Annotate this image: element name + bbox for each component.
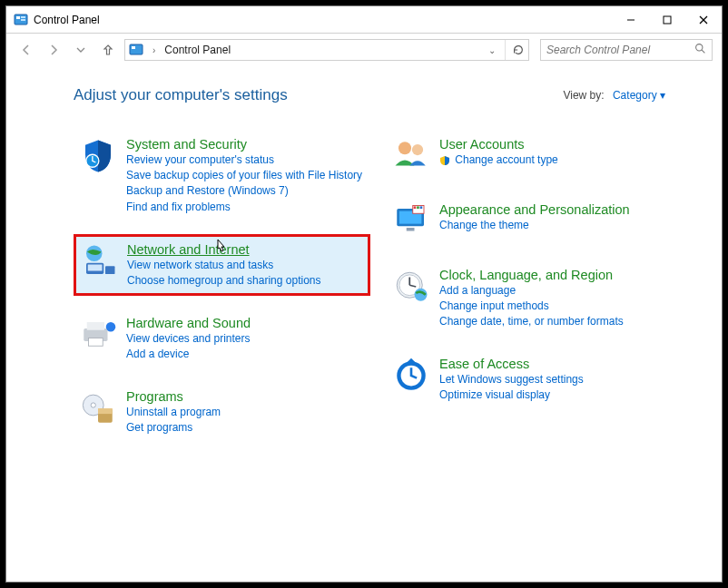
svg-point-22 (91, 402, 95, 407)
monitor-icon (392, 202, 430, 240)
category-link[interactable]: Add a device (126, 347, 251, 361)
category-network-internet[interactable]: Network and Internet View network status… (74, 234, 370, 296)
printer-icon (79, 316, 117, 354)
svg-rect-3 (21, 19, 25, 21)
svg-rect-9 (132, 46, 135, 49)
category-title[interactable]: System and Security (126, 137, 362, 152)
ease-of-access-icon (392, 357, 430, 395)
category-programs[interactable]: Programs Uninstall a program Get program… (74, 382, 370, 442)
svg-rect-32 (417, 206, 419, 209)
category-clock-language-region[interactable]: Clock, Language, and Region Add a langua… (387, 260, 684, 337)
address-bar[interactable]: › Control Panel ⌄ (124, 39, 529, 61)
category-link[interactable]: Optimize visual display (439, 387, 584, 402)
svg-rect-24 (98, 408, 113, 414)
category-title[interactable]: Ease of Access (439, 357, 584, 371)
category-title[interactable]: User Accounts (439, 137, 558, 152)
address-icon (129, 43, 143, 57)
titlebar: Control Panel (6, 6, 722, 34)
svg-rect-31 (414, 206, 417, 209)
svg-point-10 (696, 44, 703, 51)
svg-point-26 (412, 144, 423, 155)
category-link[interactable]: Backup and Restore (Windows 7) (126, 183, 362, 198)
svg-rect-16 (105, 266, 115, 274)
search-input[interactable] (546, 44, 694, 56)
users-icon (392, 137, 430, 175)
recent-locations-button[interactable] (70, 39, 92, 61)
category-link[interactable]: View devices and printers (126, 331, 251, 346)
category-user-accounts[interactable]: User Accounts Change account type (387, 130, 684, 182)
category-link[interactable]: Change the theme (439, 218, 630, 232)
globe-network-icon (80, 242, 118, 280)
category-title[interactable]: Programs (126, 389, 221, 404)
chevron-down-icon[interactable]: ⌄ (485, 45, 499, 55)
category-link[interactable]: View network status and tasks (127, 258, 320, 272)
category-appearance-personalization[interactable]: Appearance and Personalization Change th… (387, 195, 684, 248)
refresh-button[interactable] (505, 40, 525, 60)
category-link[interactable]: Change account type (439, 152, 558, 167)
clock-globe-icon (392, 268, 430, 306)
category-title[interactable]: Network and Internet (127, 242, 320, 257)
category-hardware-sound[interactable]: Hardware and Sound View devices and prin… (74, 309, 370, 368)
right-column: User Accounts Change account type Appear… (387, 130, 684, 442)
breadcrumb[interactable]: Control Panel (164, 44, 231, 56)
search-icon[interactable] (694, 43, 706, 57)
minimize-button[interactable] (613, 6, 649, 34)
category-link[interactable]: Get programs (126, 420, 221, 435)
left-column: System and Security Review your computer… (74, 130, 370, 442)
category-link[interactable]: Let Windows suggest settings (439, 372, 584, 387)
svg-rect-29 (407, 228, 415, 231)
page-title: Adjust your computer's settings (74, 86, 288, 104)
uac-shield-icon (439, 155, 450, 166)
control-panel-window: Control Panel › Control Panel ⌄ Adjust y (5, 5, 723, 583)
category-ease-of-access[interactable]: Ease of Access Let Windows suggest setti… (387, 349, 684, 409)
svg-rect-15 (88, 264, 103, 270)
category-system-security[interactable]: System and Security Review your computer… (74, 130, 370, 221)
nav-forward-button[interactable] (43, 39, 64, 61)
category-link[interactable]: Add a language (439, 283, 624, 298)
window-title: Control Panel (34, 14, 100, 26)
svg-rect-18 (87, 322, 104, 330)
control-panel-icon (14, 13, 28, 27)
nav-back-button[interactable] (15, 39, 37, 61)
svg-point-20 (106, 322, 116, 332)
view-by-label: View by: (563, 89, 604, 102)
category-title[interactable]: Clock, Language, and Region (439, 268, 624, 282)
svg-rect-33 (420, 206, 423, 209)
category-link[interactable]: Choose homegroup and sharing options (127, 273, 320, 288)
navbar: › Control Panel ⌄ (6, 34, 722, 66)
search-box[interactable] (540, 39, 713, 61)
chevron-right-icon: › (149, 45, 159, 55)
close-button[interactable] (685, 6, 722, 34)
category-link[interactable]: Review your computer's status (126, 152, 362, 167)
category-title[interactable]: Hardware and Sound (126, 316, 251, 330)
category-link[interactable]: Save backup copies of your files with Fi… (126, 168, 362, 182)
svg-rect-2 (21, 16, 25, 18)
maximize-button[interactable] (649, 6, 685, 34)
shield-icon (79, 137, 117, 175)
svg-rect-1 (16, 16, 20, 19)
svg-point-25 (398, 142, 411, 154)
category-link[interactable]: Find and fix problems (126, 200, 362, 214)
svg-line-11 (702, 50, 704, 53)
view-by-value[interactable]: Category ▾ (613, 89, 665, 102)
disc-box-icon (79, 389, 117, 427)
category-link[interactable]: Change input methods (439, 299, 624, 313)
nav-up-button[interactable] (97, 39, 119, 61)
svg-rect-5 (664, 16, 671, 24)
category-title[interactable]: Appearance and Personalization (439, 202, 630, 217)
category-link[interactable]: Uninstall a program (126, 405, 221, 419)
content-area: Adjust your computer's settings View by:… (6, 66, 722, 582)
category-link[interactable]: Change date, time, or number formats (439, 314, 624, 328)
svg-rect-19 (89, 338, 103, 347)
view-by[interactable]: View by: Category ▾ (563, 89, 665, 102)
svg-rect-8 (130, 44, 143, 54)
